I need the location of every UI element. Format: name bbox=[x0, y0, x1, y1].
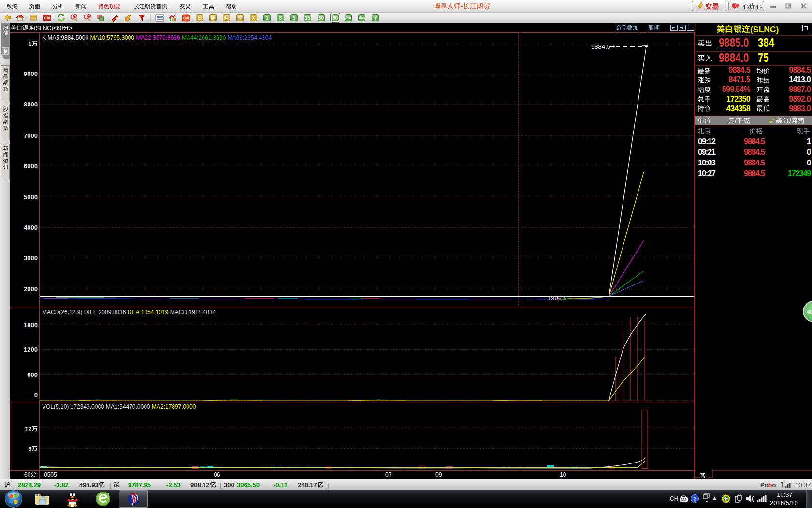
svg-text:VOL(5,10) 172349.0000 MA1:3447: VOL(5,10) 172349.0000 MA1:34470.0000 MA2… bbox=[42, 403, 196, 410]
svg-text:600: 600 bbox=[27, 371, 38, 378]
svg-text:09: 09 bbox=[435, 471, 442, 478]
svg-text:1800: 1800 bbox=[24, 321, 38, 329]
svg-text:1896.5: 1896.5 bbox=[548, 295, 567, 302]
svg-text:MACD(26,12,9) DIFF:2009.8036 D: MACD(26,12,9) DIFF:2009.8036 DEA:1054.10… bbox=[42, 309, 216, 315]
svg-text:Tick: Tick bbox=[183, 16, 189, 20]
svg-text:7000: 7000 bbox=[24, 132, 38, 139]
svg-text:07: 07 bbox=[385, 471, 392, 478]
svg-text:9884.5: 9884.5 bbox=[591, 43, 610, 50]
svg-text:?: ? bbox=[693, 496, 696, 502]
svg-text:2000: 2000 bbox=[24, 285, 38, 293]
svg-text:5000: 5000 bbox=[24, 194, 38, 201]
svg-text:10: 10 bbox=[560, 471, 566, 478]
svg-text:4000: 4000 bbox=[24, 224, 38, 231]
svg-text:9000: 9000 bbox=[24, 70, 38, 77]
svg-text:6000: 6000 bbox=[24, 163, 38, 170]
svg-text:K MA5:9884.5000 MA10:5795.300: K MA5:9884.5000 MA10:5795.3000 MA22:3575… bbox=[42, 34, 272, 41]
svg-text:3000: 3000 bbox=[24, 254, 38, 262]
svg-text:06: 06 bbox=[214, 471, 220, 478]
svg-text:0: 0 bbox=[34, 391, 38, 399]
svg-text:8000: 8000 bbox=[24, 101, 38, 108]
svg-text:F10: F10 bbox=[44, 16, 50, 20]
svg-text:0505: 0505 bbox=[44, 471, 57, 478]
svg-text:1200: 1200 bbox=[24, 346, 38, 353]
